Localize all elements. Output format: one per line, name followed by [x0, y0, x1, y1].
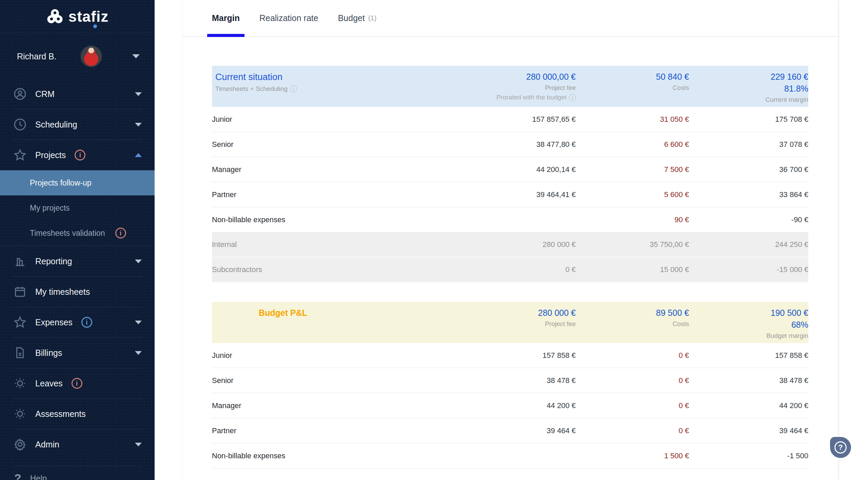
table-row: Non-billable expenses 1 500 € -1 500 — [212, 443, 808, 468]
chevron-down-icon[interactable] — [135, 351, 142, 355]
info-icon[interactable]: i — [290, 85, 297, 92]
costs-caption: Costs — [576, 84, 689, 92]
avatar[interactable] — [80, 45, 102, 67]
costs-total: 50 840 € — [576, 72, 689, 82]
costs-total: 89 500 € — [576, 308, 689, 318]
tab-realization-rate[interactable]: Realization rate — [255, 0, 323, 36]
margin-caption: Current margin — [689, 96, 808, 103]
row-margin: 37 078 € — [689, 140, 808, 149]
row-margin: 175 708 € — [689, 115, 808, 124]
sidebar-item-projects-follow-up[interactable]: Projects follow-up — [0, 170, 155, 195]
sidebar-item-leaves[interactable]: Leaves i — [0, 368, 155, 399]
sidebar-item-my-timesheets[interactable]: My timesheets — [0, 276, 155, 307]
info-icon[interactable]: i — [569, 94, 576, 101]
table-row: Partner 39 464 € 0 € 39 464 € — [212, 418, 808, 443]
sidebar-item-projects[interactable]: Projects i — [0, 140, 155, 170]
sidebar-item-assessments[interactable]: Assessments — [0, 399, 155, 429]
sidebar-item-crm[interactable]: CRM — [0, 79, 155, 109]
sidebar-item-label: Leaves — [35, 379, 63, 388]
table-title: Budget P&L — [212, 308, 421, 318]
row-fee: 280 000 € — [421, 240, 576, 249]
info-icon[interactable]: i — [81, 317, 92, 328]
table-row: Junior 157 857,65 € 31 050 € 175 708 € — [212, 107, 808, 132]
budget-pl-header: Budget P&L 280 000 € Project fee 89 500 … — [212, 302, 808, 343]
chevron-down-icon[interactable] — [135, 123, 142, 127]
sidebar-item-scheduling[interactable]: Scheduling — [0, 109, 155, 140]
row-margin: 244 250 € — [689, 240, 808, 249]
chevron-down-icon[interactable] — [135, 443, 142, 446]
chevron-up-icon[interactable] — [135, 153, 142, 157]
project-fee-total: 280 000 € — [421, 308, 576, 318]
info-icon[interactable]: i — [75, 150, 85, 160]
table-row: Senior 38 478 € 0 € 38 478 € — [212, 368, 808, 393]
table-row: Junior 157 858 € 0 € 157 858 € — [212, 343, 808, 368]
row-margin: 33 864 € — [689, 190, 808, 199]
chevron-down-icon[interactable] — [135, 260, 142, 263]
row-cost: 0 € — [576, 351, 689, 360]
sidebar-item-billings[interactable]: Billings — [0, 338, 155, 368]
user-menu[interactable]: Richard B. — [0, 33, 155, 79]
sidebar-item-label: Reporting — [35, 256, 72, 266]
calendar-icon — [14, 285, 26, 298]
sidebar-item-reporting[interactable]: Reporting — [0, 246, 155, 276]
row-margin: -15 000 € — [689, 265, 808, 274]
stafiz-logo-icon — [46, 8, 64, 25]
row-margin: -1 500 — [689, 452, 808, 460]
row-label: Senior — [212, 140, 421, 149]
tab-budget[interactable]: Budget (1) — [333, 0, 381, 36]
row-fee: 44 200,14 € — [421, 165, 576, 174]
row-fee: 38 478 € — [421, 376, 576, 385]
row-label: Junior — [212, 351, 421, 360]
tab-label: Margin — [212, 13, 240, 23]
margin-percent: 68% — [689, 320, 808, 330]
document-icon — [14, 346, 26, 359]
row-margin: 36 700 € — [689, 165, 808, 174]
user-name: Richard B. — [17, 52, 57, 61]
row-fee: 0 € — [421, 265, 576, 274]
sidebar-item-label: Assessments — [35, 409, 86, 419]
gear-icon — [14, 438, 26, 451]
project-fee-caption: Project fee — [421, 84, 576, 92]
row-fee: 39 464,41 € — [421, 190, 576, 199]
row-label: Manager — [212, 165, 421, 174]
row-cost: 5 600 € — [576, 190, 689, 199]
table-row: Partner 39 464,41 € 5 600 € 33 864 € — [212, 182, 808, 207]
sidebar-item-admin[interactable]: Admin — [0, 429, 155, 460]
logo[interactable]: stafiz — [0, 0, 155, 33]
table-title: Current situation — [212, 72, 421, 82]
tab-bar: Margin Realization rate Budget (1) — [182, 0, 838, 37]
info-icon[interactable]: i — [115, 228, 126, 238]
chevron-down-icon[interactable] — [135, 321, 142, 324]
row-cost: 15 000 € — [576, 265, 689, 274]
info-icon[interactable]: i — [72, 378, 82, 389]
sidebar: stafiz Richard B. CRM Scheduling P — [0, 0, 155, 480]
chevron-down-icon[interactable] — [135, 92, 142, 96]
row-label: Junior — [212, 115, 421, 124]
table-row: Internal 280 000 € 35 750,00 € 244 250 € — [212, 232, 808, 257]
sidebar-item-label: Scheduling — [35, 120, 77, 130]
sidebar-item-my-projects[interactable]: My projects — [0, 195, 155, 220]
chevron-down-icon[interactable] — [132, 54, 140, 58]
row-cost: 35 750,00 € — [576, 240, 689, 249]
sidebar-item-expenses[interactable]: Expenses i — [0, 307, 155, 338]
row-margin: 157 858 € — [689, 351, 808, 360]
row-margin: 39 464 € — [689, 426, 808, 435]
row-fee: 157 857,65 € — [421, 115, 576, 124]
row-cost: 6 600 € — [576, 140, 689, 149]
table-row: Senior 38 477,80 € 6 600 € 37 078 € — [212, 132, 808, 157]
tab-label: Realization rate — [259, 13, 318, 23]
help-button[interactable]: ? — [830, 437, 851, 458]
sidebar-item-label: Expenses — [35, 318, 73, 327]
question-mark-icon: ? — [834, 441, 847, 454]
table-row: Non-billable expenses 90 € -90 € — [212, 207, 808, 232]
main-area: Margin Realization rate Budget (1) Curre… — [155, 0, 868, 480]
sun-icon — [14, 377, 26, 390]
row-margin: -90 € — [689, 215, 808, 224]
project-fee-caption: Project fee — [421, 320, 576, 328]
sidebar-item-label: My timesheets — [35, 287, 90, 297]
sidebar-menu-lower: Reporting My timesheets Expenses i Billi… — [0, 246, 155, 460]
sidebar-item-timesheets-validation[interactable]: Timesheets validation i — [0, 220, 155, 246]
sidebar-help[interactable]: ? Help — [12, 466, 142, 480]
sidebar-item-label: Timesheets validation — [30, 229, 105, 238]
tab-margin[interactable]: Margin — [207, 0, 244, 36]
